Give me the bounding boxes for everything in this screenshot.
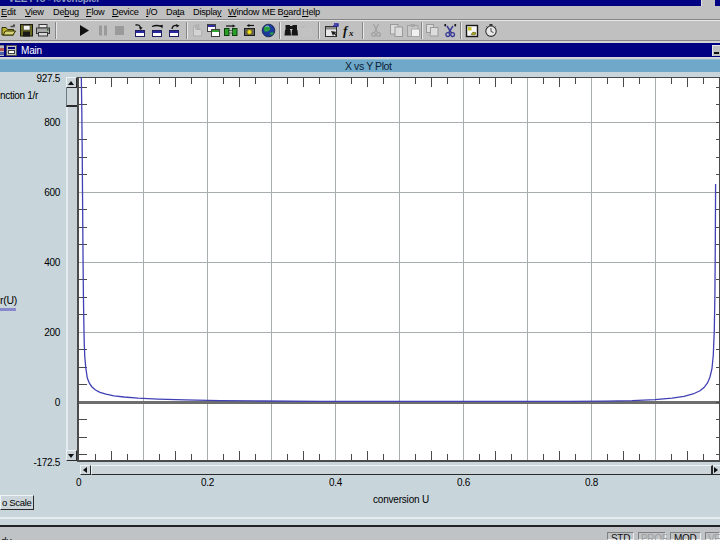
svg-text:x: x <box>348 28 354 38</box>
